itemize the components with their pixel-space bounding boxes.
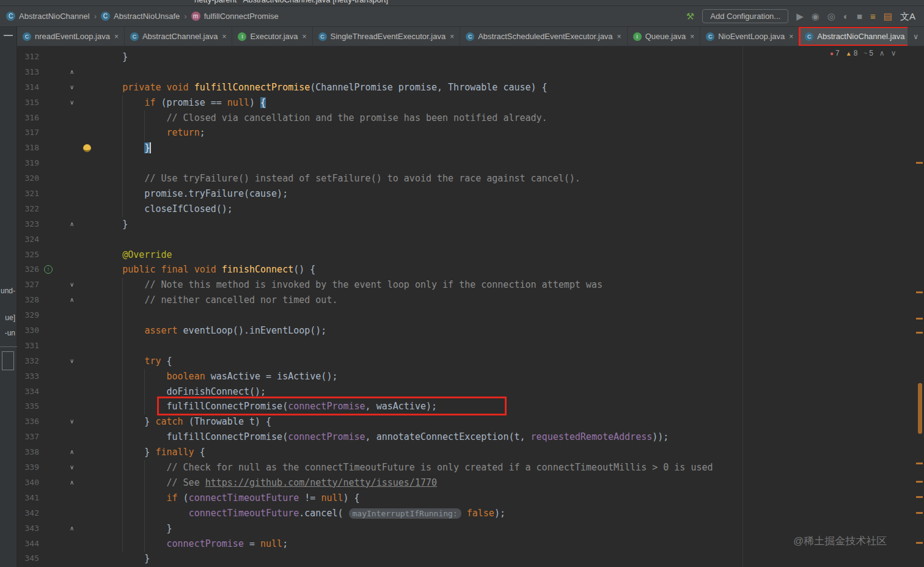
- code-text[interactable]: @Override: [78, 247, 172, 263]
- analysis-stripe-mark[interactable]: [916, 496, 923, 498]
- code-line-314[interactable]: 314∨ private void fulfillConnectPromise(…: [17, 80, 924, 95]
- line-number[interactable]: 331: [17, 338, 39, 354]
- line-number[interactable]: 339: [17, 460, 39, 475]
- fold-marker-icon[interactable]: ∨: [70, 277, 74, 293]
- code-line-345[interactable]: 345 }: [17, 551, 924, 566]
- code-text[interactable]: // See https://github.com/netty/netty/is…: [78, 475, 437, 491]
- tab-SingleThreadEventExecutor.java[interactable]: CSingleThreadEventExecutor.java×: [313, 27, 461, 46]
- analysis-stripe-mark[interactable]: [916, 542, 923, 544]
- next-problem-icon[interactable]: ∨: [891, 49, 897, 57]
- code-line-340[interactable]: 340∧ // See https://github.com/netty/net…: [17, 475, 924, 491]
- code-text[interactable]: fulfillConnectPromise(connectPromise, an…: [78, 430, 669, 445]
- inspection-warning[interactable]: ▲8: [846, 49, 858, 57]
- tab-Queue.java[interactable]: IQueue.java×: [628, 27, 701, 46]
- code-line-326[interactable]: 326↑ public final void finishConnect() {: [17, 262, 924, 277]
- code-text[interactable]: promise.tryFailure(cause);: [78, 186, 288, 202]
- analysis-stripe-mark[interactable]: [916, 512, 923, 514]
- line-number[interactable]: 326: [17, 262, 39, 277]
- code-text[interactable]: // Check for null as the connectTimeoutF…: [78, 460, 713, 475]
- line-number[interactable]: 328: [17, 293, 39, 308]
- code-editor[interactable]: 312 }313∧314∨ private void fulfillConnec…: [17, 46, 924, 567]
- fold-marker-icon[interactable]: ∨: [70, 95, 74, 111]
- analysis-stripe-mark[interactable]: [916, 162, 923, 164]
- code-text[interactable]: // Use tryFailure() instead of setFailur…: [78, 171, 581, 186]
- fold-marker-icon[interactable]: ∧: [70, 521, 74, 536]
- coverage-icon[interactable]: ◎: [827, 12, 835, 21]
- fold-marker-icon[interactable]: ∧: [70, 293, 74, 308]
- tabs-dropdown-icon[interactable]: ∨: [908, 32, 924, 41]
- code-line-327[interactable]: 327∨ // Note this method is invoked by t…: [17, 277, 924, 293]
- line-number[interactable]: 312: [17, 49, 39, 65]
- inspection-error[interactable]: ●7: [830, 49, 840, 57]
- breadcrumb-item[interactable]: CAbstractNioChannel: [6, 12, 90, 21]
- fold-marker-icon[interactable]: ∧: [70, 65, 74, 80]
- close-tab-icon[interactable]: ×: [450, 32, 454, 41]
- line-number[interactable]: 337: [17, 430, 39, 445]
- line-number[interactable]: 341: [17, 491, 39, 506]
- code-text[interactable]: connectPromise = null;: [78, 536, 288, 552]
- breadcrumb-item[interactable]: mfulfillConnectPromise: [191, 12, 279, 21]
- line-number[interactable]: 322: [17, 202, 39, 217]
- close-tab-icon[interactable]: ×: [222, 32, 226, 41]
- line-number[interactable]: 324: [17, 232, 39, 247]
- line-number[interactable]: 313: [17, 65, 39, 80]
- code-line-313[interactable]: 313∧: [17, 65, 924, 80]
- code-line-328[interactable]: 328∧ // neither cancelled nor timed out.: [17, 293, 924, 308]
- run-configuration-select[interactable]: Add Configuration...: [702, 9, 788, 23]
- code-line-318[interactable]: 318 }: [17, 141, 924, 156]
- code-line-344[interactable]: 344 connectPromise = null;: [17, 536, 924, 552]
- line-number[interactable]: 315: [17, 95, 39, 111]
- tab-AbstractScheduledEventExecutor.java[interactable]: CAbstractScheduledEventExecutor.java×: [460, 27, 627, 46]
- line-number[interactable]: 316: [17, 111, 39, 126]
- code-line-324[interactable]: 324: [17, 232, 924, 247]
- line-number[interactable]: 318: [17, 141, 39, 156]
- fold-marker-icon[interactable]: ∨: [70, 460, 74, 475]
- line-number[interactable]: 338: [17, 445, 39, 460]
- tab-AbstractNioChannel.java[interactable]: CAbstractNioChannel.java: [799, 27, 908, 46]
- line-number[interactable]: 317: [17, 125, 39, 141]
- line-number[interactable]: 343: [17, 521, 39, 536]
- tab-NioEventLoop.java[interactable]: CNioEventLoop.java×: [700, 27, 799, 46]
- fold-marker-icon[interactable]: ∧: [70, 445, 74, 460]
- code-line-337[interactable]: 337 fulfillConnectPromise(connectPromise…: [17, 430, 924, 445]
- debug-icon[interactable]: ◉: [812, 12, 820, 21]
- code-line-315[interactable]: 315∨ if (promise == null) {: [17, 95, 924, 111]
- code-text[interactable]: private void fulfillConnectPromise(Chann…: [78, 80, 548, 95]
- build-hammer-icon[interactable]: ⚒: [686, 12, 694, 21]
- code-line-320[interactable]: 320 // Use tryFailure() instead of setFa…: [17, 171, 924, 186]
- code-line-322[interactable]: 322 closeIfClosed();: [17, 202, 924, 217]
- tab-Executor.java[interactable]: IExecutor.java×: [232, 27, 312, 46]
- code-line-336[interactable]: 336∨ } catch (Throwable t) {: [17, 414, 924, 430]
- close-tab-icon[interactable]: ×: [114, 32, 119, 41]
- code-text[interactable]: boolean wasActive = isActive();: [78, 369, 337, 384]
- line-number[interactable]: 330: [17, 323, 39, 338]
- run-icon[interactable]: ▶: [796, 12, 804, 21]
- line-number[interactable]: 320: [17, 171, 39, 186]
- code-text[interactable]: closeIfClosed();: [78, 202, 233, 217]
- override-marker-icon[interactable]: ↑: [44, 265, 53, 274]
- code-text[interactable]: if (promise == null) {: [78, 95, 266, 111]
- code-text[interactable]: return;: [78, 125, 205, 141]
- line-number[interactable]: 325: [17, 247, 39, 263]
- code-text[interactable]: // Note this method is invoked by the ev…: [78, 277, 603, 293]
- code-line-317[interactable]: 317 return;: [17, 125, 924, 141]
- code-line-342[interactable]: 342 connectTimeoutFuture.cancel( mayInte…: [17, 506, 924, 521]
- line-number[interactable]: 327: [17, 277, 39, 293]
- line-number[interactable]: 332: [17, 354, 39, 369]
- analysis-stripe-mark[interactable]: [916, 332, 923, 334]
- line-number[interactable]: 323: [17, 217, 39, 232]
- code-text[interactable]: }: [78, 217, 128, 232]
- code-text[interactable]: assert eventLoop().inEventLoop();: [78, 323, 326, 338]
- line-number[interactable]: 342: [17, 506, 39, 521]
- code-text[interactable]: }: [78, 49, 128, 65]
- code-line-329[interactable]: 329: [17, 308, 924, 323]
- inspection-typo[interactable]: ~5: [864, 49, 873, 57]
- code-line-331[interactable]: 331: [17, 338, 924, 354]
- project-structure-icon[interactable]: ▤: [884, 12, 892, 21]
- analysis-stripe-mark[interactable]: [916, 463, 923, 464]
- prev-problem-icon[interactable]: ∧: [879, 49, 885, 57]
- line-number[interactable]: 333: [17, 369, 39, 384]
- stripe-dash-icon[interactable]: [4, 35, 13, 36]
- line-number[interactable]: 336: [17, 414, 39, 430]
- code-text[interactable]: try {: [78, 354, 172, 369]
